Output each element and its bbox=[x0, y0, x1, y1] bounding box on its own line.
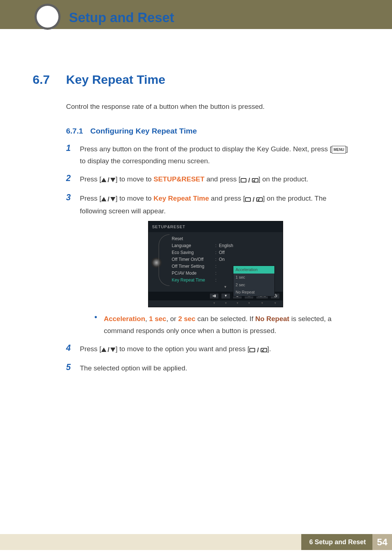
step-text: , or bbox=[166, 315, 178, 323]
emph-option: No Repeat bbox=[255, 315, 289, 323]
step-text: Press [ bbox=[80, 194, 101, 202]
osd-item-label: Off Timer Setting bbox=[172, 263, 215, 270]
step-2: 2 Press [/] to move to SETUP&RESET and p… bbox=[66, 173, 352, 186]
steps-list: 1 Press any button on the front of the p… bbox=[66, 143, 352, 374]
osd-dropdown: Acceleration 1 sec 2 sec No Repeat bbox=[233, 266, 275, 296]
header-bar: Setup and Reset bbox=[0, 0, 392, 29]
emph-option: 2 sec bbox=[178, 315, 196, 323]
step-number: 5 bbox=[66, 362, 73, 374]
select-enter-icon: / bbox=[245, 194, 263, 205]
section-number: 6.7 bbox=[33, 73, 55, 87]
osd-back-icon: ◂▮ bbox=[209, 293, 219, 299]
step-text: and press [ bbox=[204, 175, 240, 183]
emph-target: SETUP&RESET bbox=[154, 175, 204, 183]
osd-down-icon: ▼ bbox=[221, 293, 230, 299]
osd-item-label: Reset bbox=[172, 235, 215, 242]
osd-screenshot: SETUP&RESET Reset Language:English Eco S… bbox=[148, 221, 283, 308]
osd-item-label: Eco Saving bbox=[172, 249, 215, 256]
menu-button-icon: MENU bbox=[332, 146, 346, 153]
step-text: Press [ bbox=[80, 345, 101, 353]
step-text: ] to move to bbox=[115, 194, 154, 202]
up-down-icon: / bbox=[101, 174, 115, 186]
step-text: The selected option will be applied. bbox=[80, 362, 352, 374]
osd-option-selected: Acceleration bbox=[233, 266, 274, 274]
step-3: 3 Press [/] to move to Key Repeat Time a… bbox=[66, 193, 352, 337]
emph-option: 1 sec bbox=[149, 315, 167, 323]
emph-option: Acceleration bbox=[104, 315, 145, 323]
step-text: Press [ bbox=[80, 175, 101, 183]
subsection-title: Configuring Key Repeat Time bbox=[90, 127, 197, 135]
step-text: ] on the product. bbox=[258, 175, 308, 183]
step-number: 4 bbox=[66, 343, 73, 356]
step-number: 3 bbox=[66, 193, 73, 337]
step-text: ] to move to bbox=[115, 175, 154, 183]
osd-item-value: On bbox=[219, 256, 225, 263]
footer-page-number: 54 bbox=[372, 534, 392, 550]
footer-chapter-label: 6 Setup and Reset bbox=[309, 538, 366, 546]
up-down-icon: / bbox=[101, 193, 115, 205]
osd-item-label: Off Timer On/Off bbox=[172, 256, 215, 263]
section-title: Key Repeat Time bbox=[66, 73, 165, 87]
osd-option: 2 sec bbox=[233, 281, 274, 289]
select-enter-icon: / bbox=[241, 175, 258, 186]
step-text: Press any button on the front of the pro… bbox=[80, 145, 332, 153]
bullet-item: • Acceleration, 1 sec, or 2 sec can be s… bbox=[94, 313, 352, 337]
osd-item-value: Off bbox=[219, 249, 225, 256]
chapter-badge-icon bbox=[34, 4, 61, 30]
page-content: 6.7 Key Repeat Time Control the response… bbox=[0, 29, 392, 374]
osd-item-value: English bbox=[219, 242, 233, 249]
step-text: ]. bbox=[267, 345, 271, 353]
up-down-icon: / bbox=[101, 344, 115, 356]
select-enter-icon: / bbox=[249, 344, 267, 356]
step-number: 1 bbox=[66, 143, 73, 167]
step-text: and press [ bbox=[209, 194, 245, 202]
step-text: ] to move to the option you want and pre… bbox=[115, 345, 249, 353]
step-1: 1 Press any button on the front of the p… bbox=[66, 143, 352, 167]
osd-title: SETUP&RESET bbox=[148, 221, 283, 233]
step-text: , bbox=[145, 315, 149, 323]
bullet-icon: • bbox=[94, 313, 99, 337]
osd-option: No Repeat bbox=[233, 288, 274, 296]
osd-item-label-active: Key Repeat Time bbox=[172, 276, 215, 284]
osd-item-label: Language bbox=[172, 242, 215, 249]
osd-option: 1 sec bbox=[233, 274, 274, 281]
step-4: 4 Press [/] to move to the option you wa… bbox=[66, 343, 352, 356]
page-footer: 6 Setup and Reset 54 bbox=[0, 534, 392, 550]
section-intro: Control the response rate of a button wh… bbox=[66, 101, 352, 112]
chapter-title: Setup and Reset bbox=[69, 10, 174, 25]
subsection-number: 6.7.1 bbox=[66, 127, 83, 135]
emph-target: Key Repeat Time bbox=[154, 194, 209, 202]
step-5: 5 The selected option will be applied. bbox=[66, 362, 352, 374]
osd-item-label: PC/AV Mode bbox=[172, 270, 215, 277]
step-text: can be selected. If bbox=[195, 315, 255, 323]
step-number: 2 bbox=[66, 173, 73, 186]
